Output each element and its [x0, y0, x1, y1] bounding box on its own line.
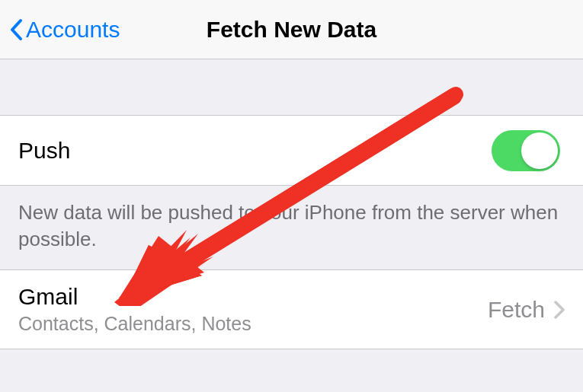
account-row-gmail[interactable]: Gmail Contacts, Calendars, Notes Fetch [0, 269, 583, 349]
account-name: Gmail [18, 284, 251, 310]
account-detail: Contacts, Calendars, Notes [18, 313, 251, 335]
chevron-right-icon [554, 301, 565, 319]
push-footer: New data will be pushed to your iPhone f… [0, 186, 583, 269]
section-spacer [0, 59, 583, 116]
push-label: Push [18, 138, 70, 164]
page-title: Fetch New Data [207, 17, 376, 43]
switch-knob [521, 132, 558, 169]
push-toggle[interactable] [492, 130, 560, 171]
chevron-left-icon [9, 18, 23, 41]
back-label: Accounts [26, 17, 120, 43]
account-main: Gmail Contacts, Calendars, Notes [18, 284, 251, 335]
push-cell[interactable]: Push [0, 116, 583, 186]
navbar: Accounts Fetch New Data [0, 0, 583, 59]
back-button[interactable]: Accounts [9, 17, 120, 43]
account-mode: Fetch [488, 297, 565, 323]
account-mode-label: Fetch [488, 297, 545, 323]
